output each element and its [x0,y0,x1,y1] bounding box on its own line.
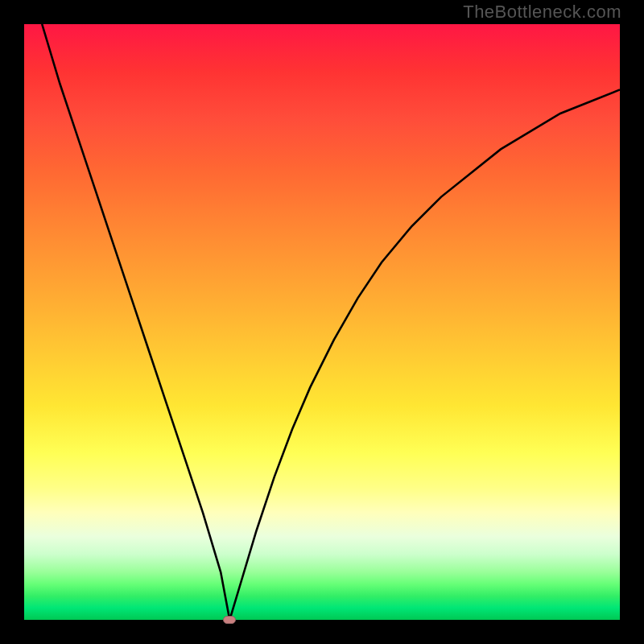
optimal-point-marker [223,616,236,624]
curve-svg [24,24,620,620]
watermark-text: TheBottleneck.com [463,2,621,23]
bottleneck-curve [42,24,620,620]
chart-plot-area [24,24,620,620]
